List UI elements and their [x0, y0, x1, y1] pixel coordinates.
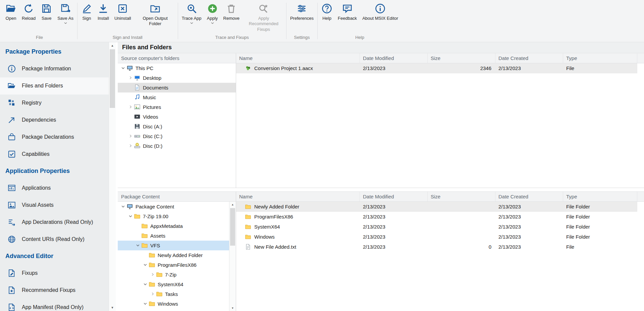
sidebar-item-package-information[interactable]: Package Information [0, 60, 109, 77]
chevron-down-icon[interactable] [135, 243, 141, 248]
file-row-windows[interactable]: Windows2/13/20232/13/2023File Folder [236, 232, 637, 242]
column-header-name[interactable]: Name [236, 192, 360, 201]
toolbar-separator [77, 3, 77, 39]
preferences-button[interactable]: Preferences [287, 2, 316, 22]
chevron-right-icon[interactable] [127, 133, 134, 139]
sign-button[interactable]: Sign [78, 2, 95, 22]
sidebar-item-applications[interactable]: Applications [0, 180, 109, 197]
toolbar-group-buttons: HelpFeedbackAbout MSIX Editor [319, 2, 401, 33]
package-tree-node-package-content[interactable]: Package Content [118, 202, 236, 211]
package-tree-scrollbar-track[interactable] [229, 208, 236, 305]
about-msix-editor-button[interactable]: About MSIX Editor [360, 2, 401, 22]
column-header-size[interactable]: Size [428, 192, 495, 201]
package-tree-node-newly-added-folder[interactable]: Newly Added Folder [118, 250, 236, 260]
sidebar-item-visual-assets[interactable]: Visual Assets [0, 197, 109, 214]
file-row-new-file-added-txt[interactable]: New File Added.txt2/13/202302/13/2023Fil… [236, 242, 637, 252]
column-header-date-created[interactable]: Date Created [495, 53, 563, 63]
sidebar-item-capabilities[interactable]: Capabilities [0, 146, 109, 163]
save-button[interactable]: Save [38, 2, 55, 22]
sidebar-item-recommended-fixups[interactable]: Recommended Fixups [0, 282, 109, 299]
column-header-type[interactable]: Type [563, 192, 637, 201]
package-files-list: Newly Added Folder2/13/20232/13/2023File… [236, 202, 637, 311]
source-tree-node-documents[interactable]: Documents [118, 83, 236, 92]
file-row-programfilesx86[interactable]: ProgramFilesX862/13/20232/13/2023File Fo… [236, 212, 637, 222]
chevron-placeholder [127, 85, 134, 90]
package-tree-node-tasks[interactable]: Tasks [118, 289, 236, 299]
open-button[interactable]: Open [3, 2, 19, 22]
chevron-down-icon[interactable] [142, 282, 149, 287]
drive-d-icon [134, 142, 141, 149]
sidebar-scrollbar[interactable]: ▲ ▼ [109, 42, 116, 311]
reload-button[interactable]: Reload [19, 2, 38, 22]
package-tree-node-7-zip[interactable]: 7-Zip [118, 270, 236, 279]
sidebar-item-dependencies[interactable]: Dependencies [0, 112, 109, 129]
package-tree-node-assets[interactable]: Assets [118, 231, 236, 241]
chevron-right-icon[interactable] [149, 291, 156, 297]
chevron-down-icon[interactable] [142, 262, 149, 267]
source-tree-node-disc-d[interactable]: Disc (D:) [118, 141, 236, 151]
column-header-date-modified[interactable]: Date Modified [360, 192, 428, 201]
column-header-size[interactable]: Size [428, 53, 495, 63]
chevron-right-icon[interactable] [127, 143, 134, 148]
file-row-conversion-project-1-aacx[interactable]: Conversion Project 1.aacx2/13/202323462/… [236, 63, 637, 73]
horizontal-splitter[interactable] [118, 188, 644, 191]
package-tree-node-programfilesx86[interactable]: ProgramFilesX86 [118, 260, 236, 270]
scroll-down-arrow[interactable]: ▼ [109, 304, 116, 311]
sidebar-item-package-declarations[interactable]: Package Declarations [0, 129, 109, 146]
feedback-button[interactable]: Feedback [335, 2, 360, 22]
package-tree-scrollbar[interactable]: ▲ ▼ [229, 202, 236, 311]
source-tree-node-music[interactable]: Music [118, 92, 236, 102]
apply-recommended-fixups-button[interactable]: Apply Recommended Fixups [242, 2, 285, 33]
sidebar-item-fixups[interactable]: Fixups [0, 265, 109, 282]
source-tree-node-videos[interactable]: Videos [118, 112, 236, 122]
sidebar-item-registry[interactable]: Registry [0, 95, 109, 112]
package-tree-node-7-zip-19-00[interactable]: 7-Zip 19.00 [118, 211, 236, 221]
chevron-down-icon[interactable] [142, 301, 149, 306]
source-tree-node-this-pc[interactable]: This PC [118, 63, 236, 73]
package-tree-node-windows[interactable]: Windows [118, 299, 236, 309]
source-tree-node-disc-a[interactable]: Disc (A:) [118, 122, 236, 131]
toolbar-separator [178, 3, 178, 39]
column-header-name[interactable]: Name [236, 53, 360, 63]
sidebar-item-app-declarations-read-only[interactable]: App Declarations (Read Only) [0, 214, 109, 231]
videos-icon [134, 113, 141, 120]
install-button[interactable]: Install [95, 2, 112, 22]
save-as-button[interactable]: Save As [55, 2, 76, 25]
chevron-down-icon[interactable] [120, 204, 126, 209]
chevron-right-icon[interactable] [149, 272, 156, 277]
chevron-down-icon[interactable] [127, 213, 134, 219]
cell-name: ProgramFilesX86 [236, 212, 360, 222]
apply-button[interactable]: Apply [204, 2, 221, 25]
column-header-type[interactable]: Type [563, 53, 637, 63]
sidebar-scrollbar-thumb[interactable] [110, 49, 115, 108]
chevron-right-icon[interactable] [127, 75, 134, 80]
file-row-systemx64[interactable]: SystemX642/13/20232/13/2023File Folder [236, 222, 637, 232]
chevron-right-icon[interactable] [127, 104, 134, 110]
scroll-up-arrow[interactable]: ▲ [109, 42, 116, 49]
help-button[interactable]: Help [319, 2, 335, 22]
chevron-down-icon[interactable] [120, 65, 126, 71]
open-output-folder-button[interactable]: Open Output Folder [134, 2, 177, 28]
source-tree-node-desktop[interactable]: Desktop [118, 73, 236, 83]
package-tree-node-systemx64[interactable]: SystemX64 [118, 279, 236, 289]
chevron-down-icon [190, 22, 193, 24]
trace-app-button[interactable]: Trace App [179, 2, 204, 25]
source-tree-node-disc-c[interactable]: Disc (C:) [118, 131, 236, 141]
sidebar-item-files-and-folders[interactable]: Files and Folders [0, 77, 109, 95]
package-tree-node-vfs[interactable]: VFS [118, 241, 236, 250]
column-header-date-modified[interactable]: Date Modified [360, 53, 428, 63]
chevron-placeholder [135, 233, 141, 238]
sidebar-item-app-manifest-read-only[interactable]: App Manifest (Read Only) [0, 299, 109, 311]
uninstall-button[interactable]: Uninstall [112, 2, 134, 22]
scroll-up-arrow[interactable]: ▲ [229, 202, 236, 208]
file-row-newly-added-folder[interactable]: Newly Added Folder2/13/20232/13/2023File… [236, 202, 637, 212]
sidebar-item-content-uris-read-only[interactable]: Content URIs (Read Only) [0, 231, 109, 248]
remove-button[interactable]: Remove [221, 2, 242, 22]
sidebar-scrollbar-track[interactable] [109, 49, 116, 304]
source-tree-node-pictures[interactable]: Pictures [118, 102, 236, 112]
column-header-date-created[interactable]: Date Created [495, 192, 563, 201]
scroll-down-arrow[interactable]: ▼ [229, 305, 236, 311]
package-tree-scrollbar-thumb[interactable] [230, 208, 235, 246]
package-tree-node-appxmetadata[interactable]: AppxMetadata [118, 221, 236, 231]
folder-icon [245, 203, 251, 210]
